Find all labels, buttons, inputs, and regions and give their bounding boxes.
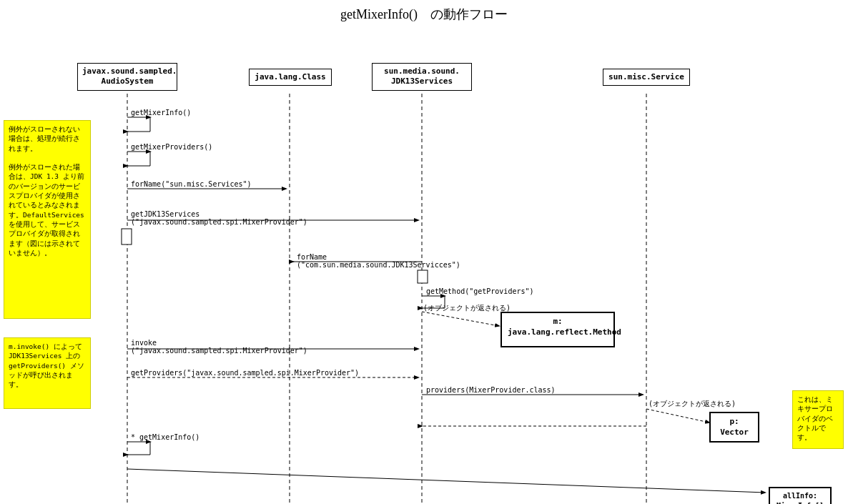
svg-line-18 bbox=[422, 312, 499, 326]
sticky-note-2: m.invoke() によってJDK13Services 上の getProvi… bbox=[4, 337, 91, 409]
lifeline-jdk13services: sun.media.sound.JDK13Services bbox=[372, 63, 472, 91]
msg-forname2: forName("com.sun.media.sound.JDK13Servic… bbox=[297, 253, 460, 269]
msg-getmixerinfo2: * getMixerInfo() bbox=[131, 433, 199, 441]
object-method: m:java.lang.reflect.Method bbox=[501, 312, 615, 347]
msg-providers: providers(MixerProvider.class) bbox=[426, 386, 556, 394]
msg-getjdk13: getJDK13Services("javax.sound.sampled.sp… bbox=[131, 210, 307, 226]
svg-line-22 bbox=[646, 409, 709, 423]
lifeline-javaclass: java.lang.Class bbox=[249, 69, 332, 86]
svg-rect-14 bbox=[418, 270, 428, 283]
msg-obj-returned2: (オブジェクトが返される) bbox=[649, 399, 736, 409]
msg-getmixerproviders: getMixerProviders() bbox=[131, 143, 212, 151]
svg-rect-12 bbox=[122, 229, 132, 244]
msg-getproviders: getProviders("javax.sound.sampled.spi.Mi… bbox=[131, 369, 359, 377]
msg-getmethod: getMethod("getProviders") bbox=[426, 287, 534, 295]
object-vector: p:Vector bbox=[709, 412, 759, 443]
msg-obj-returned1: (オブジェクトが返される) bbox=[423, 303, 511, 313]
sticky-note-3: これは、ミキサープロバイダのベクトルです。 bbox=[792, 390, 844, 449]
msg-forname1: forName("sun.misc.Services") bbox=[131, 180, 252, 188]
msg-getmixerinfo: getMixerInfo() bbox=[131, 109, 191, 117]
sticky-note-1: 例外がスローされない場合は、処理が続行されます。 例外がスローされた場合は、JD… bbox=[4, 120, 91, 319]
svg-line-27 bbox=[127, 469, 765, 493]
msg-invoke: invoke("javax.sound.sampled.spi.MixerPro… bbox=[131, 339, 307, 355]
lifeline-audiosystem: javax.sound.sampled. AudioSystem bbox=[77, 63, 177, 91]
lifeline-miscservice: sun.misc.Service bbox=[603, 69, 690, 86]
object-mixerinfo: allInfo:MixerInfo[] bbox=[769, 487, 832, 504]
diagram-area: javax.sound.sampled. AudioSystem java.la… bbox=[0, 26, 848, 504]
page-title: getMixerInfo() の動作フロー bbox=[0, 0, 848, 26]
